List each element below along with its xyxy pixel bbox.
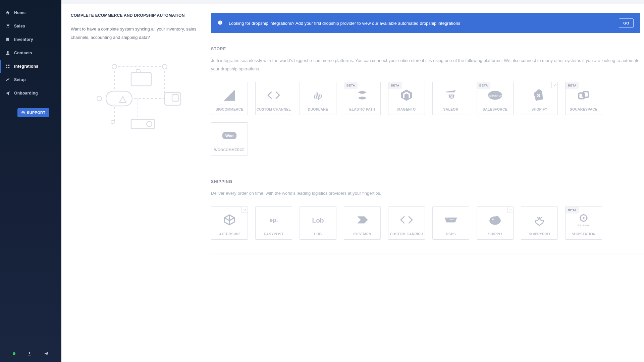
card-label: DUOPLANE	[300, 107, 336, 111]
integration-card-shipstation[interactable]: BETAShipStationSHIPSTATION	[565, 206, 602, 240]
integration-card-squarespace[interactable]: BETASQUARESPACE	[565, 82, 602, 115]
elasticpath-icon	[355, 88, 370, 102]
banner-text: Looking for dropship integrations? Add y…	[229, 21, 613, 26]
svg-rect-2	[6, 67, 7, 68]
store-grid: BIGCOMMERCECUSTOM CHANNELdpDUOPLANEBETAE…	[211, 82, 644, 156]
card-label: SHIPSTATION	[566, 232, 602, 236]
grid-icon	[5, 64, 10, 69]
saleor-icon: S	[443, 88, 459, 102]
svg-rect-11	[136, 70, 140, 72]
card-label: AFTERSHIP	[211, 232, 248, 236]
box-icon	[222, 213, 237, 227]
support-button[interactable]: SUPPORT	[17, 108, 49, 117]
integration-card-elastic-path[interactable]: BETAELASTIC PATH	[344, 82, 381, 115]
beta-badge: BETA	[388, 82, 402, 89]
divider	[211, 169, 644, 169]
svg-text:ShipStation: ShipStation	[577, 224, 590, 227]
sidebar-item-contacts[interactable]: Contacts	[0, 46, 61, 60]
banner-go-button[interactable]: GO	[619, 18, 634, 28]
plane-icon[interactable]	[44, 351, 49, 356]
integration-card-easypost[interactable]: ep.EASYPOST	[255, 206, 292, 240]
integration-card-salesforce[interactable]: BETAsalesforceSALESFORCE	[477, 82, 514, 115]
wrench-icon	[5, 77, 10, 82]
svg-point-8	[97, 96, 102, 101]
lob-icon: Lob	[310, 213, 326, 227]
card-label: CUSTOM CARRIER	[388, 232, 425, 236]
salesforce-icon: salesforce	[487, 88, 503, 102]
card-label: SALEOR	[433, 107, 469, 111]
svg-text:dp: dp	[314, 91, 322, 100]
integration-card-lob[interactable]: LobLOB	[300, 206, 336, 240]
card-label: LOB	[300, 232, 336, 236]
sidebar-item-sales[interactable]: Sales	[0, 19, 61, 33]
integration-card-duoplane[interactable]: dpDUOPLANE	[300, 82, 336, 115]
support-label: SUPPORT	[27, 111, 45, 115]
integration-card-magento[interactable]: BETAMAGENTO	[388, 82, 425, 115]
woo-icon: Woo	[222, 129, 237, 143]
sidebar-item-inventory[interactable]: Inventory	[0, 33, 61, 46]
bigcommerce-icon	[222, 88, 237, 102]
svg-point-9	[111, 120, 114, 124]
svg-rect-0	[6, 65, 7, 66]
banner: Looking for dropship integrations? Add y…	[211, 13, 640, 33]
sidebar-bottom	[0, 345, 61, 362]
group-description: Jetti integrates seamlessly with the wor…	[211, 57, 644, 73]
integration-card-postmen[interactable]: POSTMEN	[344, 206, 381, 240]
integration-card-usps[interactable]: USPS	[432, 206, 469, 240]
integration-card-shopify[interactable]: SSHOPIFY	[521, 82, 558, 115]
svg-point-16	[147, 121, 152, 127]
svg-rect-18	[220, 22, 220, 23]
integration-card-saleor[interactable]: SSALEOR	[432, 82, 469, 115]
upload-icon[interactable]	[27, 351, 32, 356]
sidebar-item-onboarding[interactable]: Onboarding	[0, 86, 61, 100]
sidebar-item-home[interactable]: Home	[0, 6, 61, 19]
svg-rect-12	[106, 91, 132, 106]
squarespace-icon	[576, 88, 591, 102]
magento-icon	[399, 88, 414, 102]
svg-text:S: S	[537, 93, 540, 99]
left-panel: COMPLETE ECOMMERCE AND DROPSHIP AUTOMATI…	[71, 13, 203, 263]
integration-card-custom-channel[interactable]: CUSTOM CHANNEL	[255, 82, 292, 115]
code-icon	[399, 213, 414, 227]
svg-point-19	[220, 21, 221, 22]
status-dot-icon	[13, 352, 15, 355]
usps-icon	[443, 213, 459, 227]
card-label: SHIPPYPRO	[521, 232, 557, 236]
card-label: SQUARESPACE	[566, 107, 602, 111]
card-label: SHOPIFY	[521, 107, 557, 111]
integration-card-shippo[interactable]: SHIPPO	[477, 206, 514, 240]
svg-text:Lob: Lob	[312, 217, 324, 224]
shippo-icon	[487, 213, 503, 227]
card-label: WOOCOMMERCE	[211, 148, 248, 152]
svg-point-6	[112, 64, 117, 69]
easypost-icon: ep.	[266, 213, 281, 227]
svg-point-33	[496, 216, 498, 218]
sidebar-item-integrations[interactable]: Integrations	[0, 60, 61, 73]
right-panel: Looking for dropship integrations? Add y…	[211, 13, 644, 263]
sidebar-item-label: Inventory	[14, 37, 33, 42]
integration-card-shippypro[interactable]: SHIPPYPRO	[521, 206, 558, 240]
code-icon	[266, 88, 281, 102]
integration-card-custom-carrier[interactable]: CUSTOM CARRIER	[388, 206, 425, 240]
sidebar-item-label: Integrations	[14, 64, 38, 69]
integration-card-woocommerce[interactable]: WooWOOCOMMERCE	[211, 122, 248, 156]
beta-badge: BETA	[566, 207, 579, 214]
check-icon	[507, 207, 513, 213]
shipstation-icon: ShipStation	[576, 213, 591, 227]
sidebar-item-label: Onboarding	[14, 91, 38, 96]
svg-point-4	[22, 111, 24, 114]
group-description: Deliver every order on time, with the wo…	[211, 189, 644, 198]
check-icon	[551, 82, 557, 88]
integration-card-aftership[interactable]: AFTERSHIP	[211, 206, 248, 240]
svg-rect-3	[8, 67, 9, 68]
integration-card-bigcommerce[interactable]: BIGCOMMERCE	[211, 82, 248, 115]
sidebar-item-label: Setup	[14, 77, 26, 82]
svg-rect-10	[131, 72, 151, 86]
svg-rect-14	[172, 95, 179, 101]
beta-badge: BETA	[344, 82, 358, 89]
card-label: USPS	[433, 232, 469, 236]
sidebar-item-setup[interactable]: Setup	[0, 73, 61, 86]
send-icon	[5, 91, 10, 96]
svg-point-35	[583, 217, 585, 219]
svg-text:S: S	[450, 95, 453, 99]
